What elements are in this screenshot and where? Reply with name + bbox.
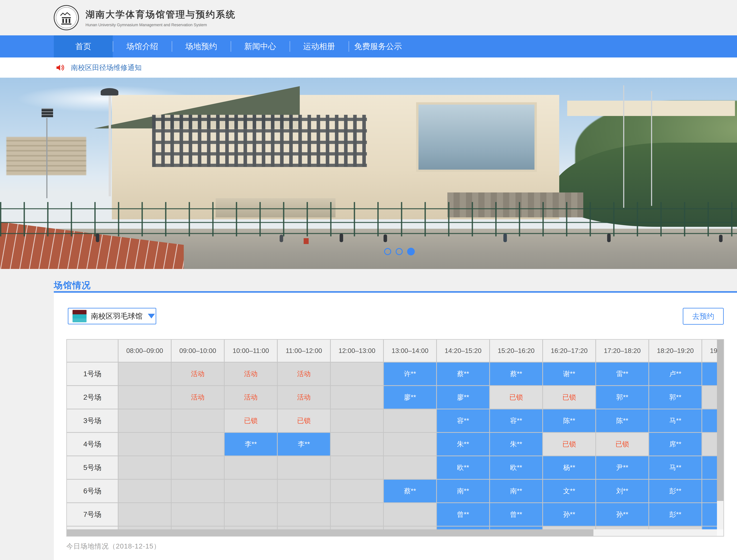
empty-slot-cell — [225, 480, 277, 502]
flagpole-shape — [623, 85, 624, 208]
empty-slot-cell — [596, 527, 648, 529]
empty-slot-cell — [119, 409, 171, 432]
fence-shape — [0, 202, 737, 237]
locked-cell: 已锁 — [543, 433, 595, 456]
schedule-grid: 08:00–09:0009:00–10:0010:00–11:0011:00–1… — [67, 340, 717, 529]
carousel-dots — [384, 248, 415, 255]
locked-cell: 已锁 — [543, 386, 595, 409]
empty-slot-cell — [119, 503, 171, 526]
court-label — [67, 527, 118, 529]
booked-cell: 欧** — [437, 456, 489, 479]
person-shape — [96, 234, 99, 242]
empty-slot-cell — [278, 480, 330, 502]
booked-cell: 郭** — [596, 386, 648, 409]
booked-cell: 李** — [225, 433, 277, 456]
court-label: 5号场 — [67, 456, 118, 479]
activity-cell: 活动 — [172, 363, 224, 385]
empty-slot-cell — [172, 527, 224, 529]
booked-cell: 刘** — [596, 480, 648, 502]
empty-slot-cell — [278, 503, 330, 526]
time-column-header: 17:20–18:20 — [596, 340, 648, 362]
activity-cell: 活动 — [278, 386, 330, 409]
venue-selector-dropdown[interactable]: 南校区羽毛球馆 — [68, 308, 156, 324]
empty-slot-cell — [331, 433, 383, 456]
locked-cell: 已锁 — [225, 409, 277, 432]
booked-cell: 孙** — [543, 503, 595, 526]
empty-slot-cell — [172, 433, 224, 456]
time-column-header: 14:20–15:20 — [437, 340, 489, 362]
booked-cell: 曾** — [437, 503, 489, 526]
empty-slot-cell — [278, 456, 330, 479]
empty-slot-cell — [331, 456, 383, 479]
horizontal-scrollbar-thumb[interactable] — [67, 529, 593, 536]
schedule-corner-cell — [67, 340, 118, 362]
scrollbar-corner — [717, 529, 723, 536]
time-column-header: 15:20–16:20 — [490, 340, 542, 362]
booked-cell — [702, 363, 717, 385]
floodlight-pole-shape — [46, 118, 47, 198]
caret-down-icon — [148, 314, 155, 318]
court-label: 3号场 — [67, 409, 118, 432]
empty-slot-cell — [331, 527, 383, 529]
venue-thumbnail-image — [73, 310, 87, 322]
empty-slot-cell — [384, 433, 436, 456]
site-titles: 湖南大学体育场馆管理与预约系统 Hunan University Gymnasi… — [85, 8, 236, 27]
nav-item-2[interactable]: 场馆介绍 — [113, 35, 172, 57]
booked-cell: 朱** — [437, 433, 489, 456]
person-shape — [280, 235, 283, 242]
activity-cell: 活动 — [225, 386, 277, 409]
booked-cell: 尹** — [596, 456, 648, 479]
time-column-header: 19:20–20:20 — [702, 340, 717, 362]
reserve-button[interactable]: 去预约 — [683, 308, 724, 325]
person-shape — [719, 235, 723, 242]
main-nav: 首页场馆介绍场地预约新闻中心运动相册免费服务公示 — [0, 35, 737, 57]
empty-slot-cell — [331, 480, 383, 502]
vertical-scrollbar[interactable] — [717, 340, 723, 529]
person-shape — [607, 234, 611, 242]
empty-slot-cell — [225, 503, 277, 526]
empty-slot-cell — [278, 527, 330, 529]
time-column-header: 16:20–17:20 — [543, 340, 595, 362]
empty-slot-cell — [331, 363, 383, 385]
locked-cell: 已锁 — [278, 409, 330, 432]
notice-link[interactable]: 南校区田径场维修通知 — [71, 63, 142, 72]
empty-slot-cell — [331, 386, 383, 409]
empty-slot-cell — [543, 527, 595, 529]
booked-cell — [702, 503, 717, 526]
nav-item-1[interactable]: 首页 — [54, 35, 113, 57]
site-subtitle: Hunan University Gymnasium Management an… — [85, 23, 236, 27]
court-label: 1号场 — [67, 363, 118, 385]
nav-item-3[interactable]: 场地预约 — [172, 35, 231, 57]
nav-item-4[interactable]: 新闻中心 — [231, 35, 290, 57]
empty-slot-cell — [702, 433, 717, 456]
activity-cell: 活动 — [172, 386, 224, 409]
carousel-dot-1[interactable] — [384, 248, 391, 255]
carousel-dot-2[interactable] — [396, 248, 403, 255]
nav-item-5[interactable]: 运动相册 — [290, 35, 349, 57]
booked-cell: 陈** — [543, 409, 595, 432]
time-column-header: 10:00–11:00 — [225, 340, 277, 362]
site-title: 湖南大学体育场馆管理与预约系统 — [85, 8, 236, 21]
person-shape — [384, 234, 387, 242]
university-logo — [53, 4, 80, 31]
vertical-scrollbar-thumb[interactable] — [717, 340, 723, 501]
locked-cell: 已锁 — [596, 433, 648, 456]
empty-slot-cell — [384, 527, 436, 529]
booked-cell: 彭** — [649, 503, 701, 526]
horizontal-scrollbar[interactable] — [67, 529, 717, 536]
person-shape — [340, 234, 343, 242]
booked-cell: 容** — [437, 409, 489, 432]
booked-cell: 文** — [543, 480, 595, 502]
hero-carousel-image — [0, 78, 737, 269]
red-chair-shape — [304, 238, 309, 244]
empty-slot-cell — [119, 527, 171, 529]
court-label: 2号场 — [67, 386, 118, 409]
booked-cell: 许** — [384, 363, 436, 385]
court-label: 6号场 — [67, 480, 118, 502]
activity-cell: 活动 — [225, 363, 277, 385]
booked-cell: 容** — [490, 409, 542, 432]
activity-cell: 活动 — [278, 363, 330, 385]
nav-item-6[interactable]: 免费服务公示 — [349, 35, 408, 57]
court-label: 7号场 — [67, 503, 118, 526]
carousel-dot-3[interactable] — [407, 248, 415, 255]
